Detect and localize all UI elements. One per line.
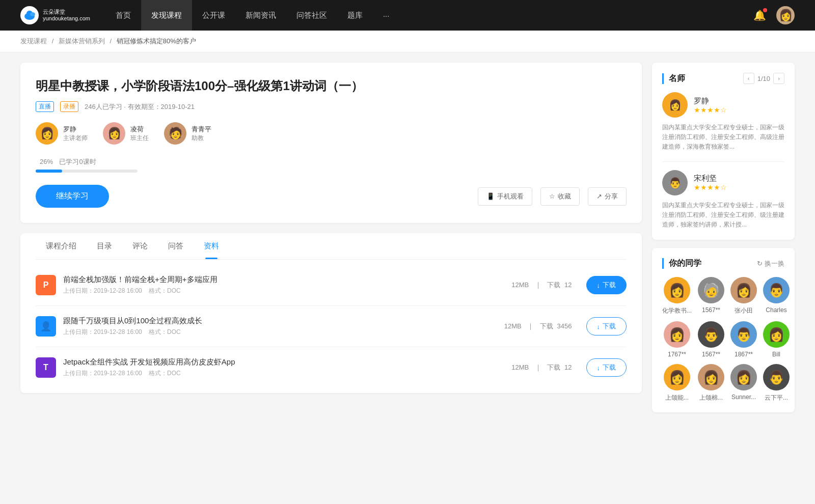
share-button[interactable]: ↗ 分享 <box>588 187 627 206</box>
teachers-card-title: 名师 <box>662 73 743 84</box>
classmate-11[interactable]: 👩 Sunner... <box>730 364 757 402</box>
share-icon: ↗ <box>596 192 602 200</box>
svg-point-2 <box>30 12 35 16</box>
course-enrollment: 246人已学习 · 有效期至：2019-10-21 <box>85 102 195 111</box>
teacher-desc-1: 国内某重点大学安全工程专业硕士，国家一级注册消防工程师、注册安全工程师、高级注册… <box>662 123 784 152</box>
nav-item-news[interactable]: 新闻资讯 <box>235 0 286 31</box>
classmates-card: 你的同学 ↻ 换一换 👩 化学教书... 🧓 1567** 👩 张小田 <box>652 248 795 412</box>
classmate-6[interactable]: 👨 1567** <box>698 321 724 358</box>
classmate-1[interactable]: 👩 化学教书... <box>662 277 692 315</box>
classmate-name-8: Bill <box>772 351 780 358</box>
classmate-avatar-7: 👨 <box>730 321 757 348</box>
mobile-view-button[interactable]: 📱 手机观看 <box>478 187 532 206</box>
tab-directory[interactable]: 目录 <box>87 233 122 259</box>
logo-icon <box>20 6 39 24</box>
classmate-5[interactable]: 👩 1767** <box>662 321 692 358</box>
teachers-card: 名师 ‹ 1/10 › 👩 罗静 ★★★★☆ <box>652 63 795 240</box>
download-button-2[interactable]: ↓ 下载 <box>586 317 627 335</box>
badge-record: 录播 <box>60 101 78 112</box>
classmate-9[interactable]: 👩 上颌能... <box>662 364 692 402</box>
logo[interactable]: 云朵课堂 yundouketang.com <box>20 6 90 24</box>
resource-icon-u: 👤 <box>36 316 56 337</box>
classmate-avatar-2: 🧓 <box>698 277 724 303</box>
teacher-avatar-2: 👨 <box>662 170 688 195</box>
teachers-pagination: ‹ 1/10 › <box>743 73 784 84</box>
classmate-12[interactable]: 👨 云下平... <box>763 364 790 402</box>
classmate-avatar-11: 👩 <box>730 364 757 390</box>
teachers-card-header: 名师 ‹ 1/10 › <box>662 73 784 84</box>
breadcrumb-current: 销冠修炼术搞定80%的客户 <box>117 37 196 45</box>
progress-bar-fill <box>36 170 62 173</box>
tabs-section: 课程介绍 目录 评论 问答 资料 P 前端全栈加强版！前端全栈+全周期+多端应用… <box>20 233 642 393</box>
classmates-card-header: 你的同学 ↻ 换一换 <box>662 258 784 269</box>
tab-resources[interactable]: 资料 <box>194 233 229 259</box>
download-icon-2: ↓ <box>597 323 601 330</box>
bell-icon[interactable]: 🔔 <box>753 9 766 21</box>
navbar: 云朵课堂 yundouketang.com 首页 发现课程 公开课 新闻资讯 问… <box>0 0 815 31</box>
classmate-7[interactable]: 👨 1867** <box>730 321 757 358</box>
instructor-name-3: 青青平 <box>192 125 211 134</box>
classmate-name-6: 1567** <box>702 351 720 358</box>
classmate-avatar-5: 👩 <box>664 321 690 348</box>
nav-item-qa[interactable]: 问答社区 <box>286 0 337 31</box>
nav-item-open[interactable]: 公开课 <box>192 0 235 31</box>
tab-intro[interactable]: 课程介绍 <box>36 233 87 259</box>
nav-item-courses[interactable]: 发现课程 <box>141 0 192 31</box>
instructor-role-3: 助教 <box>192 134 211 143</box>
course-meta: 直播 录播 246人已学习 · 有效期至：2019-10-21 <box>36 101 627 112</box>
nav-item-home[interactable]: 首页 <box>105 0 141 31</box>
nav-items: 首页 发现课程 公开课 新闻资讯 问答社区 题库 ··· <box>105 0 753 31</box>
collect-button[interactable]: ☆ 收藏 <box>540 187 580 206</box>
instructor-info-1: 罗静 主讲老师 <box>63 125 88 143</box>
classmate-3[interactable]: 👩 张小田 <box>730 277 757 315</box>
classmate-4[interactable]: 👨 Charles <box>763 277 790 315</box>
classmate-name-3: 张小田 <box>735 306 753 315</box>
teacher-header-2: 👨 宋利坚 ★★★★☆ <box>662 170 784 195</box>
classmate-avatar-12: 👨 <box>763 364 790 390</box>
resource-name-2: 跟随千万级项目从0到100全过程高效成长 <box>63 316 502 326</box>
classmate-10[interactable]: 👩 上颌棉... <box>698 364 724 402</box>
teachers-prev-button[interactable]: ‹ <box>743 73 754 84</box>
resource-list: P 前端全栈加强版！前端全栈+全周期+多端应用 上传日期：2019-12-28 … <box>36 260 627 393</box>
instructor-avatar-1: 👩 <box>36 122 58 145</box>
tab-qa[interactable]: 问答 <box>158 233 194 259</box>
classmate-name-5: 1767** <box>668 351 686 358</box>
resource-stats-3: 12MB ｜ 下载 12 <box>509 363 576 372</box>
user-avatar-nav[interactable]: 👩 <box>776 6 795 24</box>
nav-item-more[interactable]: ··· <box>373 0 400 31</box>
instructor-role-1: 主讲老师 <box>63 134 88 143</box>
classmates-grid: 👩 化学教书... 🧓 1567** 👩 张小田 👨 Charles 👩 <box>662 277 784 402</box>
teacher-name-1: 罗静 <box>694 96 727 106</box>
badge-live: 直播 <box>36 101 54 112</box>
resource-info-1: 前端全栈加强版！前端全栈+全周期+多端应用 上传日期：2019-12-28 16… <box>63 275 509 295</box>
resource-meta-3: 上传日期：2019-12-28 16:00 格式：DOC <box>63 369 509 378</box>
resource-meta-2: 上传日期：2019-12-28 16:00 格式：DOC <box>63 328 502 337</box>
teacher-item-2: 👨 宋利坚 ★★★★☆ 国内某重点大学安全工程专业硕士，国家一级注册消防工程师、… <box>662 170 784 230</box>
nav-item-question[interactable]: 题库 <box>337 0 373 31</box>
instructor-avatar-3: 🧑 <box>164 122 186 145</box>
right-sidebar: 名师 ‹ 1/10 › 👩 罗静 ★★★★☆ <box>652 63 795 421</box>
download-button-1[interactable]: ↓ 下载 <box>586 276 627 294</box>
refresh-icon: ↻ <box>757 260 763 267</box>
classmate-2[interactable]: 🧓 1567** <box>698 277 724 315</box>
resource-stats-1: 12MB ｜ 下载 12 <box>509 281 576 290</box>
tab-comments[interactable]: 评论 <box>122 233 158 259</box>
resource-name-3: Jetpack全组件实战 开发短视频应用高仿皮皮虾App <box>63 357 509 367</box>
refresh-label: 换一换 <box>765 259 784 268</box>
instructor-1: 👩 罗静 主讲老师 <box>36 122 88 145</box>
star-icon: ☆ <box>549 192 555 200</box>
classmate-avatar-8: 👩 <box>763 321 790 348</box>
continue-learning-button[interactable]: 继续学习 <box>36 185 109 208</box>
refresh-classmates-button[interactable]: ↻ 换一换 <box>757 259 784 268</box>
breadcrumb-link-courses[interactable]: 发现课程 <box>20 37 47 45</box>
classmate-name-11: Sunner... <box>731 394 756 401</box>
teacher-desc-2: 国内某重点大学安全工程专业硕士，国家一级注册消防工程师、注册安全工程师、级注册建… <box>662 201 784 230</box>
breadcrumb-link-series[interactable]: 新媒体营销系列 <box>59 37 105 45</box>
classmate-name-1: 化学教书... <box>662 306 692 315</box>
mobile-icon: 📱 <box>486 192 495 200</box>
resource-item-1: P 前端全栈加强版！前端全栈+全周期+多端应用 上传日期：2019-12-28 … <box>36 265 627 306</box>
classmate-8[interactable]: 👩 Bill <box>763 321 790 358</box>
download-button-3[interactable]: ↓ 下载 <box>586 358 627 377</box>
teachers-next-button[interactable]: › <box>773 73 784 84</box>
instructors: 👩 罗静 主讲老师 👩 凌荷 班主任 🧑 青青平 <box>36 122 627 145</box>
